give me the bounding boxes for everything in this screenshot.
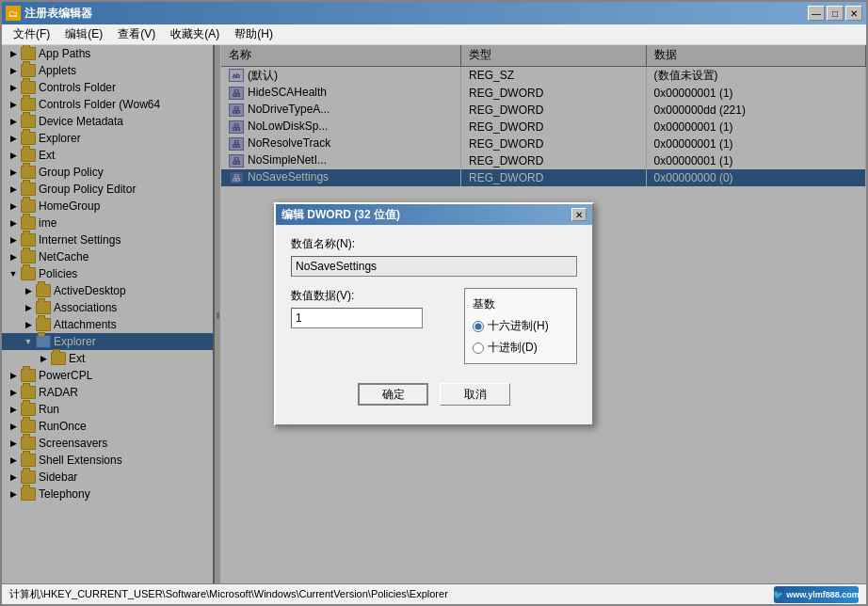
radio-hex[interactable] — [473, 321, 484, 332]
status-path: 计算机\HKEY_CURRENT_USER\Software\Microsoft… — [9, 587, 448, 601]
dialog-cancel-button[interactable]: 取消 — [440, 383, 510, 406]
menu-file[interactable]: 文件(F) — [6, 24, 57, 44]
menu-bar: 文件(F) 编辑(E) 查看(V) 收藏夹(A) 帮助(H) — [2, 24, 866, 45]
dialog-dword: 编辑 DWORD (32 位值) ✕ 数值名称(N): 数值数据(V): 基数 — [274, 202, 594, 426]
value-data-section: 数值数据(V): — [291, 288, 449, 364]
radio-hex-text: 十六进制(H) — [488, 318, 549, 334]
title-bar: 🗂 注册表编辑器 — □ ✕ — [2, 2, 866, 24]
base-section: 基数 十六进制(H) 十进制(D) — [464, 288, 577, 364]
close-button[interactable]: ✕ — [845, 6, 862, 21]
menu-help[interactable]: 帮助(H) — [227, 24, 281, 44]
dialog-close-button[interactable]: ✕ — [571, 208, 587, 221]
dialog-title: 编辑 DWORD (32 位值) — [281, 207, 400, 223]
base-group-title: 基数 — [473, 296, 569, 312]
status-bar: 计算机\HKEY_CURRENT_USER\Software\Microsoft… — [2, 583, 866, 604]
main-content: ▶ App Paths ▶ Applets ▶ Controls Folder … — [2, 45, 866, 583]
radio-group-base: 十六进制(H) 十进制(D) — [473, 318, 569, 356]
dialog-row: 数值数据(V): 基数 十六进制(H) — [291, 288, 577, 364]
brand-logo: 🐦 www.ylmf888.com — [774, 586, 859, 603]
dialog-confirm-button[interactable]: 确定 — [358, 383, 428, 406]
menu-edit[interactable]: 编辑(E) — [57, 24, 110, 44]
dialog-body: 数值名称(N): 数值数据(V): 基数 十六进制 — [276, 225, 592, 424]
radio-dec-text: 十进制(D) — [488, 340, 538, 356]
value-data-label: 数值数据(V): — [291, 288, 449, 304]
dialog-buttons: 确定 取消 — [291, 379, 577, 413]
menu-favorites[interactable]: 收藏夹(A) — [163, 24, 227, 44]
minimize-button[interactable]: — — [808, 6, 825, 21]
radio-dec[interactable] — [473, 343, 484, 354]
value-name-label: 数值名称(N): — [291, 236, 577, 252]
dialog-title-bar: 编辑 DWORD (32 位值) ✕ — [276, 204, 592, 225]
brand-url: www.ylmf888.com — [786, 590, 860, 599]
menu-view[interactable]: 查看(V) — [110, 24, 163, 44]
radio-dec-label[interactable]: 十进制(D) — [473, 340, 569, 356]
value-data-input[interactable] — [291, 308, 423, 328]
status-brand: 🐦 www.ylmf888.com — [774, 586, 859, 603]
maximize-button[interactable]: □ — [827, 6, 844, 21]
value-name-input[interactable] — [291, 256, 577, 277]
main-window: 🗂 注册表编辑器 — □ ✕ 文件(F) 编辑(E) 查看(V) 收藏夹(A) … — [0, 0, 868, 606]
title-bar-left: 🗂 注册表编辑器 — [6, 6, 92, 22]
app-icon: 🗂 — [6, 6, 21, 21]
window-title: 注册表编辑器 — [24, 6, 92, 22]
title-buttons: — □ ✕ — [808, 6, 862, 21]
radio-hex-label[interactable]: 十六进制(H) — [473, 318, 569, 334]
modal-overlay: 编辑 DWORD (32 位值) ✕ 数值名称(N): 数值数据(V): 基数 — [2, 45, 866, 583]
